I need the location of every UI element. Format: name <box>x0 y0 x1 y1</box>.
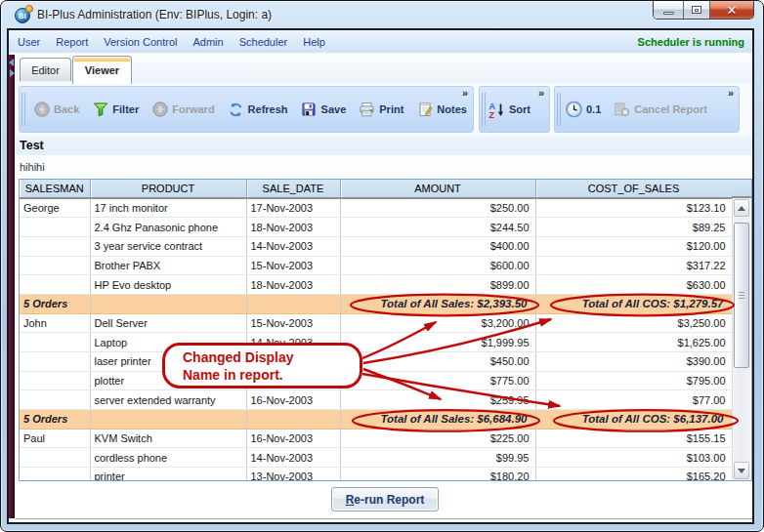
menu-item-version-control[interactable]: Version Control <box>99 36 182 48</box>
scroll-up-button[interactable] <box>734 199 749 217</box>
toolbar-overflow-chevron[interactable]: » <box>462 87 468 99</box>
cell-product: server extended warranty <box>90 390 246 410</box>
cell-sale_date: 14-Nov-2003 <box>246 333 340 352</box>
toolbar-button-print[interactable]: Print <box>359 102 403 118</box>
toolbar-group-grip <box>21 93 26 126</box>
cell-sale_date: 16-Nov-2003 <box>246 390 340 410</box>
menu-item-user[interactable]: User <box>13 36 45 48</box>
rerun-report-button[interactable]: Re-run Report <box>331 487 439 512</box>
minimize-button[interactable] <box>654 1 683 19</box>
toolbar-button-filter[interactable]: Filter <box>92 102 139 118</box>
column-header-cost_of_sales[interactable]: COST_OF_SALES <box>535 180 732 198</box>
toolbar-overflow-chevron[interactable]: » <box>728 87 734 99</box>
cell-salesman <box>20 275 90 295</box>
cell-amount: $899.00 <box>340 275 535 295</box>
screen: BI BI-Plus Administration (Env: BIPlus, … <box>0 0 764 532</box>
cell-salesman <box>20 448 90 468</box>
toolbar-button-notes[interactable]: Notes <box>416 102 467 118</box>
cell-salesman <box>20 256 90 275</box>
cell-sale_date: 18-Nov-2003 <box>246 218 340 237</box>
app-icon: BI <box>15 7 32 24</box>
table-row[interactable]: 2.4 Ghz Panasonic phone18-Nov-2003$244.5… <box>20 218 732 237</box>
cell-product: 3 year service contract <box>90 236 246 256</box>
toolbar-button-0-1[interactable]: 0.1 <box>566 102 601 118</box>
menu-item-admin[interactable]: Admin <box>188 36 228 48</box>
menu-item-scheduler[interactable]: Scheduler <box>234 36 293 48</box>
cell-sale_date: 14-Nov-2003 <box>246 448 340 468</box>
splitter-collapsed-panel[interactable] <box>9 55 15 518</box>
table-row[interactable]: Laptop14-Nov-2003$1,999.95$1,625.00 <box>20 333 732 352</box>
group-total-row[interactable]: 5 OrdersTotal of All Sales: $2,393.50Tot… <box>20 294 732 313</box>
vertical-scrollbar[interactable] <box>732 198 750 480</box>
cell-product: plotter <box>90 371 246 390</box>
menu-item-help[interactable]: Help <box>298 36 330 48</box>
table-row[interactable]: PaulKVM Switch16-Nov-2003$225.00$155.15 <box>20 429 732 448</box>
cell-cost_of_sales: $165.20 <box>535 468 732 481</box>
cell-product: KVM Switch <box>90 429 246 448</box>
cell-salesman <box>20 390 90 410</box>
toolbar-button-save[interactable]: Save <box>301 102 347 118</box>
table-row[interactable]: printer13-Nov-2003$180.20$165.20 <box>20 468 732 481</box>
cell-amount: Total of All Sales: $2,393.50 <box>340 294 535 313</box>
cell-product: Laptop <box>90 333 246 352</box>
column-header-amount[interactable]: AMOUNT <box>340 180 535 198</box>
column-header-sale_date[interactable]: SALE_DATE <box>246 180 340 198</box>
panel-bottom-divider <box>16 518 752 519</box>
close-button[interactable]: ✕ <box>709 1 753 19</box>
column-header-product[interactable]: PRODUCT <box>90 180 246 198</box>
notes-icon <box>416 102 433 118</box>
title-bar[interactable]: BI BI-Plus Administration (Env: BIPlus, … <box>1 1 763 30</box>
cell-cost_of_sales: Total of All COS: $1,279.57 <box>535 294 732 313</box>
table-row[interactable]: server extended warranty16-Nov-2003$259.… <box>20 390 732 410</box>
table-row[interactable]: plotter$775.00$795.00 <box>20 371 732 390</box>
cell-product: Dell Server <box>90 313 246 333</box>
cell-salesman <box>20 218 90 237</box>
maximize-button[interactable] <box>683 1 709 19</box>
print-icon <box>359 102 375 118</box>
cell-product <box>90 410 246 430</box>
table-row[interactable]: HP Evo desktop18-Nov-2003$899.00$630.00 <box>20 275 732 295</box>
scroll-down-button[interactable] <box>734 462 749 479</box>
tab-editor[interactable]: Editor <box>20 58 71 81</box>
cell-sale_date <box>246 371 340 390</box>
report-title: Test <box>20 139 44 152</box>
sort-icon: AZ <box>488 102 505 118</box>
cell-amount: $1,999.95 <box>340 333 535 352</box>
toolbar-button-label: Cancel Report <box>634 103 707 115</box>
table-row[interactable]: laser printer$450.00$390.00 <box>20 352 732 372</box>
table-row[interactable]: cordless phone14-Nov-2003$99.95$103.00 <box>20 448 732 468</box>
cell-amount: $99.95 <box>340 448 535 468</box>
filter-icon <box>92 102 108 118</box>
cell-product <box>90 294 246 313</box>
toolbar-button-label: Back <box>54 103 79 115</box>
toolbar-button-refresh[interactable]: Refresh <box>228 102 288 118</box>
cell-salesman: George <box>20 198 90 218</box>
scrollbar-thumb[interactable] <box>734 223 749 368</box>
report-description: hihihi <box>20 161 45 173</box>
toolbar-button-sort[interactable]: AZSort <box>488 102 531 118</box>
toolbar: BackFilterForwardRefreshSavePrintNotes»A… <box>16 83 752 136</box>
tab-viewer[interactable]: Viewer <box>72 56 132 84</box>
table-row[interactable]: Brother PABX15-Nov-2003$600.00$317.22 <box>20 256 732 275</box>
cell-cost_of_sales: $317.22 <box>535 256 732 275</box>
group-total-row[interactable]: 5 OrdersTotal of All Sales: $6,684.90Tot… <box>20 410 732 430</box>
column-header-salesman[interactable]: SALESMAN <box>20 180 90 198</box>
cell-sale_date <box>246 410 340 430</box>
tab-viewer-highlight <box>74 58 130 61</box>
report-title-band: Test <box>16 136 752 155</box>
menu-item-report[interactable]: Report <box>51 36 93 48</box>
cell-salesman <box>20 371 90 390</box>
cell-product: printer <box>90 468 246 481</box>
cell-product: HP Evo desktop <box>90 275 246 295</box>
cell-product: cordless phone <box>90 448 246 468</box>
cell-amount: $244.50 <box>340 218 535 237</box>
cell-sale_date <box>246 352 340 372</box>
table-row[interactable]: George17 inch monitor17-Nov-2003$250.00$… <box>20 198 732 218</box>
cell-cost_of_sales: $1,625.00 <box>535 333 732 352</box>
table-row[interactable]: JohnDell Server15-Nov-2003$3,200.00$3,25… <box>20 313 732 333</box>
cell-salesman <box>20 352 90 372</box>
close-icon: ✕ <box>727 4 738 17</box>
cell-salesman <box>20 333 90 352</box>
toolbar-overflow-chevron[interactable]: » <box>538 87 544 99</box>
table-row[interactable]: 3 year service contract14-Nov-2003$400.0… <box>20 236 732 256</box>
